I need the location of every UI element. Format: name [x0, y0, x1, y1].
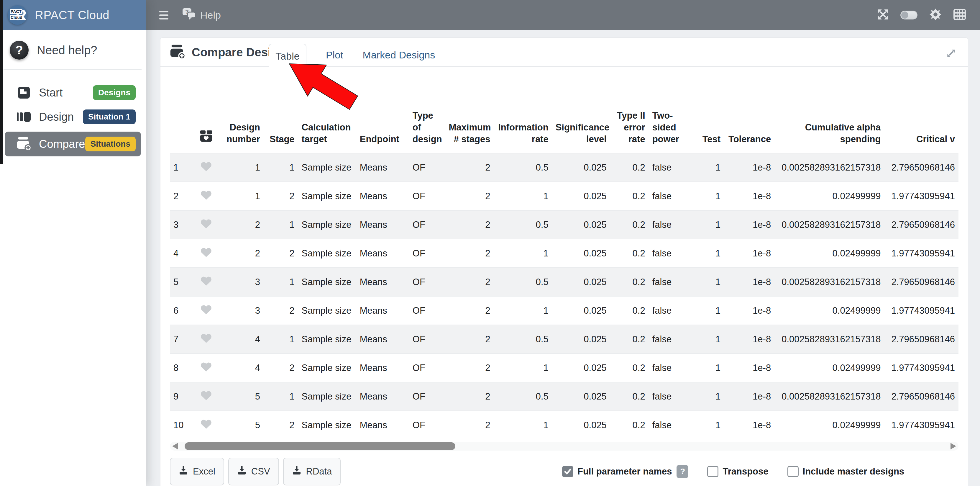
cell-two_sided: false: [649, 354, 693, 382]
heart-icon[interactable]: [200, 161, 212, 174]
heart-icon[interactable]: [200, 419, 212, 432]
cell-endpoint: Means: [356, 239, 409, 268]
sidebar-item-start[interactable]: StartDesigns: [5, 83, 141, 102]
cell-tolerance: 1e-8: [724, 182, 775, 210]
cell-test: 1: [693, 411, 724, 439]
cell-target: Sample size: [298, 382, 356, 411]
cell-critical: 2.79650968146: [884, 268, 958, 296]
cell-stage: 2: [264, 411, 298, 439]
column-header: Endpoint: [356, 79, 409, 153]
sidebar-item-compare[interactable]: CompareSituations: [5, 132, 141, 156]
logo-text-bottom: Cloud: [10, 15, 23, 20]
cell-info_rate: 0.5: [494, 382, 552, 411]
cell-beta: 0.2: [610, 411, 649, 439]
cell-critical: 2.79650968146: [884, 153, 958, 182]
table-row: 842Sample sizeMeansOF210.0250.2false11e-…: [170, 354, 958, 382]
scrollbar-thumb[interactable]: [185, 442, 455, 450]
option-include-master-designs[interactable]: Include master designs: [788, 466, 905, 477]
cell-stage: 2: [264, 182, 298, 210]
need-help-link[interactable]: ? Need help?: [0, 30, 146, 60]
cell-info_rate: 1: [494, 411, 552, 439]
cell-two_sided: false: [649, 210, 693, 239]
cell-two_sided: false: [649, 239, 693, 268]
heart-icon[interactable]: [200, 362, 212, 374]
expand-arrows-icon[interactable]: [877, 9, 889, 21]
tab-marked-designs[interactable]: Marked Designs: [363, 44, 435, 68]
scroll-left-arrow[interactable]: [172, 443, 178, 449]
tab-table[interactable]: Table: [269, 44, 306, 68]
cell-target: Sample size: [298, 153, 356, 182]
column-header: Critical v: [884, 79, 958, 153]
column-header: Type of design: [409, 79, 445, 153]
cell-max_stages: 2: [445, 382, 494, 411]
cell-endpoint: Means: [356, 268, 409, 296]
cell-sig_level: 0.025: [552, 268, 610, 296]
heart-icon[interactable]: [200, 247, 212, 260]
export-excel-button[interactable]: Excel: [170, 458, 224, 485]
column-header: Information rate: [494, 79, 552, 153]
heart-icon[interactable]: [200, 304, 212, 317]
checkbox-unchecked[interactable]: [788, 466, 799, 477]
cell-tolerance: 1e-8: [724, 268, 775, 296]
cell-info_rate: 1: [494, 182, 552, 210]
cell-two_sided: false: [649, 153, 693, 182]
cell-target: Sample size: [298, 239, 356, 268]
heart-icon[interactable]: [200, 190, 212, 203]
cell-max_stages: 2: [445, 411, 494, 439]
cell-tolerance: 1e-8: [724, 382, 775, 411]
settings-gear-icon[interactable]: [929, 8, 942, 22]
panel-expand-icon[interactable]: [945, 48, 957, 59]
cell-sig_level: 0.025: [552, 210, 610, 239]
column-header: Two-sided power: [649, 79, 693, 153]
cell-endpoint: Means: [356, 354, 409, 382]
hamburger-menu-button[interactable]: [159, 11, 169, 19]
option-full-parameter-names[interactable]: Full parameter names?: [562, 465, 688, 478]
cell-stage: 2: [264, 354, 298, 382]
theme-toggle-switch[interactable]: [900, 11, 918, 19]
help-label: Help: [200, 10, 221, 21]
heart-icon[interactable]: [200, 218, 212, 231]
option-transpose[interactable]: Transpose: [707, 466, 768, 477]
cell-num: 5: [170, 268, 196, 296]
heart-icon[interactable]: [200, 276, 212, 288]
export-rdata-button[interactable]: RData: [283, 458, 341, 485]
cell-two_sided: false: [649, 182, 693, 210]
column-header: [170, 79, 196, 153]
cell-num: 4: [170, 239, 196, 268]
tables-grid-icon[interactable]: [953, 9, 966, 21]
sidebar-item-design[interactable]: DesignSituation 1: [5, 107, 141, 126]
cell-two_sided: false: [649, 296, 693, 325]
cell-cum_alpha: 0.002582893162157318: [775, 382, 884, 411]
cell-max_stages: 2: [445, 325, 494, 354]
cell-type: OF: [409, 296, 445, 325]
cell-cum_alpha: 0.02499999: [775, 354, 884, 382]
checkbox-unchecked[interactable]: [707, 466, 718, 477]
cell-num: 10: [170, 411, 196, 439]
cell-num: 3: [170, 210, 196, 239]
cell-type: OF: [409, 239, 445, 268]
tab-plot[interactable]: Plot: [326, 44, 343, 68]
cell-stage: 2: [264, 239, 298, 268]
cell-beta: 0.2: [610, 153, 649, 182]
cell-design: 3: [217, 268, 264, 296]
export-csv-button[interactable]: CSV: [228, 458, 279, 485]
cell-cum_alpha: 0.002582893162157318: [775, 325, 884, 354]
help-tooltip-badge[interactable]: ?: [676, 465, 688, 478]
cell-info_rate: 0.5: [494, 268, 552, 296]
cell-test: 1: [693, 325, 724, 354]
app-title: RPACT Cloud: [35, 8, 110, 22]
scroll-right-arrow[interactable]: [950, 443, 956, 449]
cell-stage: 1: [264, 268, 298, 296]
help-button[interactable]: ? Help: [183, 8, 221, 22]
horizontal-scrollbar[interactable]: [170, 442, 958, 451]
cell-cum_alpha: 0.02499999: [775, 239, 884, 268]
stacked-boxes-plus-icon: [170, 45, 185, 61]
cell-num: 6: [170, 296, 196, 325]
sidebar-item-label: Start: [39, 86, 62, 99]
checkbox-checked[interactable]: [562, 466, 573, 477]
heart-icon[interactable]: [200, 390, 212, 403]
heart-icon[interactable]: [200, 333, 212, 346]
cell-stage: 1: [264, 382, 298, 411]
main-content: Compare Designs TablePlotMarked Designs: [146, 30, 980, 486]
column-header: Stage: [264, 79, 298, 153]
